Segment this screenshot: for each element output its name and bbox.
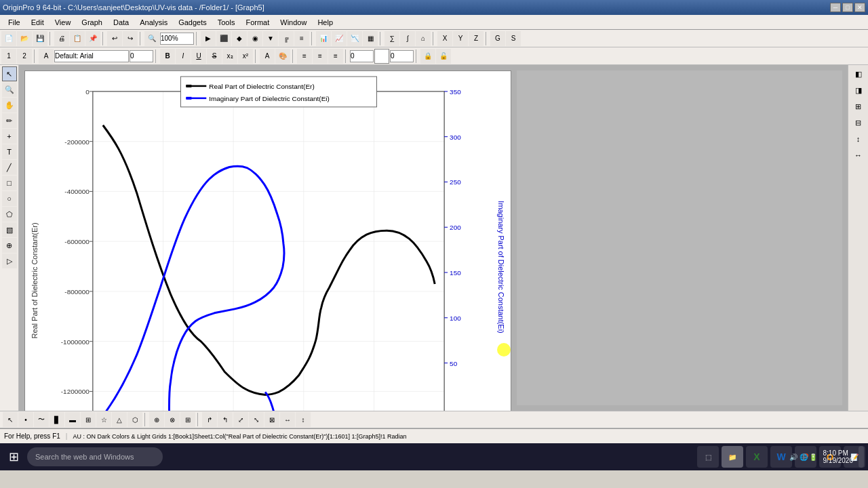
file-explorer-btn[interactable]: 📁 — [722, 446, 743, 468]
tb-x[interactable]: X — [437, 31, 452, 46]
bt-fit[interactable]: ⊠ — [264, 412, 279, 427]
bt-pan[interactable]: ⤢ — [233, 412, 248, 427]
bt-x-zoom[interactable]: ↔ — [280, 412, 295, 427]
region-tool[interactable]: ▧ — [2, 222, 17, 237]
maximize-button[interactable]: □ — [842, 3, 853, 12]
task-view-btn[interactable]: ⬚ — [697, 446, 719, 468]
pointer-tool[interactable]: ↖ — [2, 66, 17, 81]
menu-file[interactable]: File — [3, 17, 26, 28]
bold-button[interactable]: B — [160, 49, 175, 64]
right-btn-1[interactable]: ◧ — [851, 66, 866, 81]
text-color-btn[interactable]: A — [260, 49, 275, 64]
add-tool[interactable]: + — [2, 129, 17, 144]
tb-btn-6[interactable]: ╔ — [279, 31, 294, 46]
bt-reset[interactable]: ⤡ — [249, 412, 264, 427]
polygon-tool[interactable]: ⬠ — [2, 207, 17, 222]
menu-window[interactable]: Window — [275, 17, 312, 28]
tb-chart-3[interactable]: 📉 — [347, 31, 362, 46]
save-btn[interactable]: 💾 — [33, 31, 47, 46]
right-btn-5[interactable]: ↕ — [851, 131, 866, 146]
lock-btn[interactable]: 🔒 — [420, 49, 435, 64]
tb-chart-1[interactable]: 📊 — [316, 31, 331, 46]
align-center[interactable]: ≡ — [313, 49, 328, 64]
tb-stat-1[interactable]: ∑ — [384, 31, 399, 46]
menu-view[interactable]: View — [50, 17, 77, 28]
line-tool[interactable]: ╱ — [2, 160, 17, 175]
menu-help[interactable]: Help — [312, 17, 338, 28]
bt-pointer[interactable]: ↖ — [3, 412, 18, 427]
ellipse-tool[interactable]: ○ — [2, 191, 17, 206]
bt-extract[interactable]: ⊗ — [165, 412, 180, 427]
right-btn-3[interactable]: ⊞ — [851, 99, 866, 114]
right-btn-2[interactable]: ◨ — [851, 83, 866, 98]
zoom-tool[interactable]: 🔍 — [2, 82, 17, 97]
bt-scatter[interactable]: ⊞ — [81, 412, 96, 427]
italic-button[interactable]: I — [176, 49, 191, 64]
bt-y-zoom[interactable]: ↕ — [296, 412, 311, 427]
subscript-btn[interactable]: x₂ — [222, 49, 237, 64]
tb-btn-3[interactable]: ◆ — [232, 31, 247, 46]
bt-area[interactable]: △ — [112, 412, 127, 427]
text-tool[interactable]: T — [2, 144, 17, 159]
tb-z[interactable]: Z — [469, 31, 484, 46]
align-left[interactable]: ≡ — [297, 49, 312, 64]
tb-chart-4[interactable]: ▦ — [363, 31, 378, 46]
right-btn-4[interactable]: ⊟ — [851, 115, 866, 130]
close-button[interactable]: ✕ — [854, 3, 865, 12]
bt-col[interactable]: ☆ — [96, 412, 111, 427]
layer-btn[interactable]: 1 — [1, 49, 16, 64]
start-button[interactable]: ⊞ — [3, 446, 24, 468]
menu-analysis[interactable]: Analysis — [134, 17, 173, 28]
font-size-input[interactable] — [130, 50, 153, 62]
new-btn[interactable]: 📄 — [1, 31, 16, 46]
expand-panel[interactable]: ▷ — [2, 253, 17, 268]
tb-btn-1[interactable]: ▶ — [201, 31, 216, 46]
border-color-btn[interactable] — [374, 49, 389, 64]
bt-zoom-out[interactable]: ↰ — [218, 412, 233, 427]
align-right[interactable]: ≡ — [328, 49, 343, 64]
tb-g1[interactable]: G — [490, 31, 505, 46]
bt-curve[interactable]: 〜 — [34, 412, 49, 427]
show-desktop-btn[interactable] — [859, 446, 864, 468]
strikethrough-btn[interactable]: S — [207, 49, 222, 64]
bt-dot[interactable]: • — [18, 412, 33, 427]
zoom-input[interactable]: 100% — [160, 33, 194, 45]
bg-color-btn[interactable]: 🎨 — [275, 49, 290, 64]
superscript-btn[interactable]: x² — [238, 49, 253, 64]
print-btn[interactable]: 🖨 — [54, 31, 69, 46]
tb-stat-3[interactable]: ⌂ — [416, 31, 431, 46]
bt-bar[interactable]: ▊ — [50, 412, 64, 427]
rect-tool[interactable]: □ — [2, 176, 17, 190]
underline-button[interactable]: U — [191, 49, 206, 64]
undo-btn[interactable]: ↩ — [107, 31, 122, 46]
pan-tool[interactable]: ✋ — [2, 98, 17, 113]
menu-data[interactable]: Data — [108, 17, 134, 28]
menu-gadgets[interactable]: Gadgets — [173, 17, 212, 28]
bt-3d[interactable]: ⬡ — [127, 412, 142, 427]
menu-edit[interactable]: Edit — [26, 17, 50, 28]
graph-canvas-area[interactable]: 0 -200000 -400000 -600000 -800000 -10000… — [19, 65, 848, 411]
paste-btn[interactable]: 📌 — [85, 31, 100, 46]
layer-btn2[interactable]: 2 — [17, 49, 32, 64]
copy-btn[interactable]: 📋 — [70, 31, 85, 46]
tb-btn-2[interactable]: ⬛ — [216, 31, 231, 46]
open-btn[interactable]: 📂 — [17, 31, 32, 46]
taskbar-search[interactable] — [27, 447, 163, 466]
tb-btn-4[interactable]: ◉ — [248, 31, 262, 46]
menu-graph[interactable]: Graph — [76, 17, 108, 28]
tb-btn-7[interactable]: ≡ — [294, 31, 309, 46]
unlock-btn[interactable]: 🔓 — [436, 49, 451, 64]
zoom-in-btn[interactable]: 🔍 — [144, 31, 159, 46]
menu-tools[interactable]: Tools — [212, 17, 241, 28]
tb-btn-5[interactable]: ▼ — [263, 31, 278, 46]
menu-format[interactable]: Format — [240, 17, 275, 28]
bt-zoom-in[interactable]: ↱ — [202, 412, 217, 427]
redo-btn[interactable]: ↪ — [123, 31, 138, 46]
excel-btn[interactable]: X — [746, 446, 768, 468]
minimize-button[interactable]: ─ — [830, 3, 841, 12]
font-name-input[interactable] — [54, 50, 129, 62]
tb-stat-2[interactable]: ∫ — [400, 31, 415, 46]
bt-merge[interactable]: ⊞ — [180, 412, 195, 427]
value-input[interactable] — [390, 50, 414, 62]
right-btn-6[interactable]: ↔ — [851, 148, 866, 163]
